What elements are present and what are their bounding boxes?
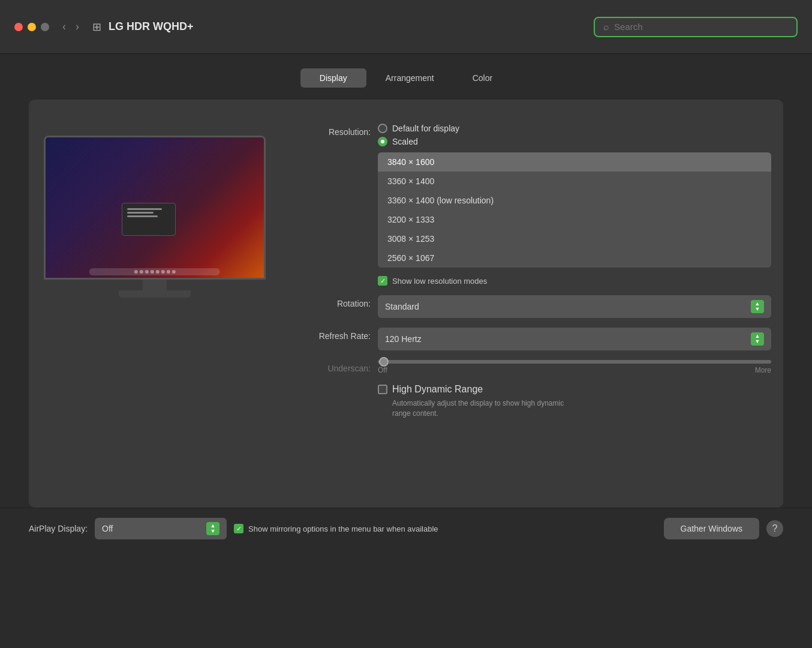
underscan-control: Off More — [378, 360, 771, 374]
rotation-value: Standard — [385, 302, 419, 311]
slider-more-label: More — [755, 366, 771, 374]
chevron-down-icon: ▼ — [210, 529, 216, 534]
dock-dot — [134, 270, 137, 274]
close-button[interactable] — [14, 23, 23, 31]
grid-icon: ⊞ — [92, 20, 101, 34]
mirror-row: ✓ Show mirroring options in the menu bar… — [234, 524, 656, 533]
refresh-rate-control: 120 Hertz ▲ ▼ — [378, 328, 771, 350]
monitor-dock — [89, 268, 220, 275]
radio-scaled-circle[interactable] — [378, 137, 387, 146]
dock-dot — [139, 270, 143, 274]
resolution-list[interactable]: 3840 × 1600 3360 × 1400 3360 × 1400 (low… — [378, 152, 771, 268]
dropdown-arrow-icon: ▲ ▼ — [751, 332, 764, 346]
hdr-label: High Dynamic Range — [392, 384, 483, 395]
dialog-line — [127, 215, 157, 217]
hdr-control: High Dynamic Range Automatically adjust … — [378, 384, 771, 419]
refresh-rate-label: Refresh Rate: — [293, 328, 371, 341]
rotation-row: Rotation: Standard ▲ ▼ — [293, 295, 771, 318]
resolution-item[interactable]: 3200 × 1333 — [378, 210, 771, 229]
refresh-rate-value: 120 Hertz — [385, 334, 422, 344]
checkmark-icon: ✓ — [236, 525, 242, 533]
rotation-label: Rotation: — [293, 295, 371, 308]
resolution-item[interactable]: 3360 × 1400 (low resolution) — [378, 191, 771, 210]
monitor-frame — [44, 136, 266, 280]
tabs-container: Display Arrangement Color — [0, 54, 812, 88]
back-button[interactable]: ‹ — [59, 18, 70, 35]
tab-display[interactable]: Display — [300, 68, 366, 88]
panel: Resolution: Default for display Scaled 3… — [29, 100, 783, 508]
bottom-bar: AirPlay Display: Off ▲ ▼ ✓ Show mirrorin… — [0, 508, 812, 549]
underscan-slider-container: Off More — [378, 360, 771, 374]
airplay-dropdown[interactable]: Off ▲ ▼ — [95, 518, 227, 539]
settings-area: Resolution: Default for display Scaled 3… — [293, 118, 771, 490]
resolution-item[interactable]: 2560 × 1067 — [378, 248, 771, 268]
show-low-res-label: Show low resolution modes — [392, 277, 487, 286]
hdr-row: High Dynamic Range Automatically adjust … — [293, 384, 771, 419]
tab-arrangement[interactable]: Arrangement — [366, 68, 453, 88]
chevron-down-icon: ▼ — [755, 307, 760, 312]
minimize-button[interactable] — [28, 23, 36, 31]
maximize-button[interactable] — [41, 23, 49, 31]
rotation-control: Standard ▲ ▼ — [378, 295, 771, 318]
main-content: Display Arrangement Color — [0, 54, 812, 648]
underscan-row: Underscan: Off More — [293, 360, 771, 374]
window-title: LG HDR WQHD+ — [109, 20, 594, 33]
slider-thumb[interactable] — [379, 357, 389, 367]
hdr-checkbox-row[interactable]: High Dynamic Range — [378, 384, 771, 395]
refresh-rate-row: Refresh Rate: 120 Hertz ▲ ▼ — [293, 328, 771, 350]
mirror-label: Show mirroring options in the menu bar w… — [248, 524, 438, 533]
monitor-screen — [46, 137, 264, 278]
resolution-item[interactable]: 3840 × 1600 — [378, 152, 771, 172]
dropdown-arrow-icon: ▲ ▼ — [206, 522, 219, 535]
tab-color[interactable]: Color — [453, 68, 512, 88]
show-low-res-checkbox[interactable]: ✓ — [378, 276, 387, 286]
monitor-dialog — [122, 203, 176, 236]
dropdown-arrow-icon: ▲ ▼ — [751, 300, 764, 313]
show-low-res-row[interactable]: ✓ Show low resolution modes — [378, 276, 771, 286]
underscan-slider[interactable] — [378, 360, 771, 364]
radio-scaled[interactable]: Scaled — [378, 137, 771, 146]
resolution-control: Default for display Scaled 3840 × 1600 3… — [378, 124, 771, 286]
dock-dot — [155, 270, 159, 274]
dock-dot — [145, 270, 148, 274]
hdr-empty-label — [293, 384, 371, 388]
hdr-section: High Dynamic Range Automatically adjust … — [378, 384, 771, 419]
mirror-checkbox[interactable]: ✓ — [234, 524, 243, 533]
monitor-stand-base — [119, 290, 191, 298]
monitor-stand-neck — [143, 280, 167, 290]
forward-button[interactable]: › — [72, 18, 83, 35]
search-box[interactable]: ⌕ — [594, 17, 798, 37]
dock-dot — [161, 270, 164, 274]
radio-default[interactable]: Default for display — [378, 124, 771, 133]
chevron-down-icon: ▼ — [755, 339, 760, 344]
dock-dot — [172, 270, 175, 274]
help-button[interactable]: ? — [766, 520, 783, 537]
dock-dot — [166, 270, 170, 274]
traffic-lights — [14, 23, 49, 31]
dialog-lines — [125, 206, 173, 220]
airplay-value: Off — [102, 524, 113, 533]
slider-labels: Off More — [378, 366, 771, 374]
resolution-item[interactable]: 3008 × 1253 — [378, 229, 771, 248]
dialog-line — [127, 212, 153, 214]
refresh-rate-dropdown[interactable]: 120 Hertz ▲ ▼ — [378, 328, 771, 350]
hdr-description: Automatically adjust the display to show… — [392, 398, 584, 419]
slider-off-label: Off — [378, 366, 387, 374]
search-input[interactable] — [614, 22, 788, 32]
resolution-item[interactable]: 3360 × 1400 — [378, 172, 771, 191]
airplay-label: AirPlay Display: — [29, 524, 88, 533]
underscan-label: Underscan: — [293, 360, 371, 373]
dialog-line — [127, 208, 162, 210]
checkmark-icon: ✓ — [380, 277, 386, 285]
titlebar: ‹ › ⊞ LG HDR WQHD+ ⌕ — [0, 0, 812, 54]
radio-default-circle[interactable] — [378, 124, 387, 133]
radio-default-label: Default for display — [392, 124, 459, 133]
resolution-label: Resolution: — [293, 124, 371, 137]
resolution-row: Resolution: Default for display Scaled 3… — [293, 124, 771, 286]
rotation-dropdown[interactable]: Standard ▲ ▼ — [378, 295, 771, 318]
search-icon: ⌕ — [603, 22, 609, 32]
hdr-checkbox[interactable] — [378, 385, 387, 394]
gather-windows-button[interactable]: Gather Windows — [664, 518, 759, 539]
dock-dot — [150, 270, 154, 274]
nav-arrows: ‹ › — [59, 18, 83, 35]
